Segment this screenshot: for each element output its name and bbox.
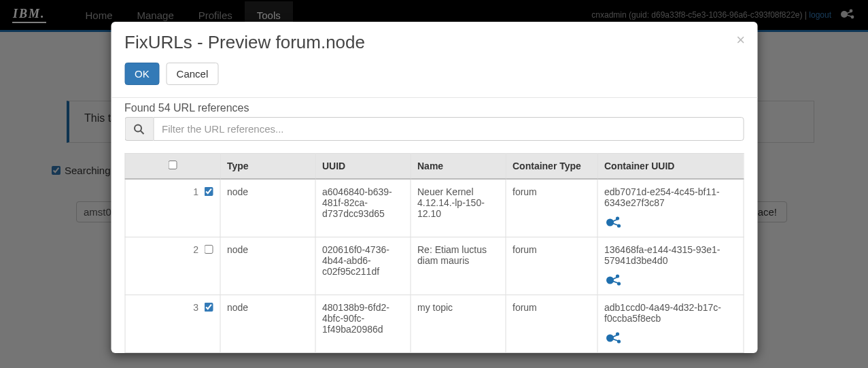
filter-bar xyxy=(124,117,744,141)
row-container-type: forum xyxy=(506,179,597,237)
row-type: node xyxy=(220,295,315,353)
row-uuid: a6046840-b639-481f-82ca-d737dcc93d65 xyxy=(315,179,411,237)
svg-line-6 xyxy=(141,131,144,134)
search-icon xyxy=(124,117,153,141)
close-icon[interactable]: × xyxy=(736,31,745,49)
col-uuid: UUID xyxy=(315,154,411,180)
col-container-uuid: Container UUID xyxy=(597,154,744,180)
modal-header: × FixURLs - Preview forum.node OK Cancel xyxy=(111,22,757,98)
network-icon[interactable] xyxy=(604,273,736,288)
col-type: Type xyxy=(220,154,315,180)
network-icon[interactable] xyxy=(604,331,736,346)
row-container-type: forum xyxy=(506,295,597,353)
row-uuid: 020616f0-4736-4b44-abd6-c02f95c211df xyxy=(315,237,411,295)
row-name-cell: Neuer Kernel 4.12.14.-lp-150-12.10 xyxy=(411,179,506,237)
network-icon[interactable] xyxy=(604,215,736,230)
row-index-cell: 3 xyxy=(125,295,220,353)
row-container-uuid: adb1ccd0-4a49-4d32-b17c-f0ccba5f8ecb xyxy=(597,295,744,353)
row-type: node xyxy=(220,237,315,295)
fixurls-modal: × FixURLs - Preview forum.node OK Cancel… xyxy=(111,22,757,353)
row-uuid: 480138b9-6fd2-4bfc-90fc-1f49ba20986d xyxy=(315,295,411,353)
row-checkbox[interactable] xyxy=(204,303,213,312)
found-text: Found 54 URL references xyxy=(111,102,757,114)
row-checkbox[interactable] xyxy=(204,187,213,196)
table-row: 1 nodea6046840-b639-481f-82ca-d737dcc93d… xyxy=(125,179,744,237)
table-row: 2 node020616f0-4736-4b44-abd6-c02f95c211… xyxy=(125,237,744,295)
svg-point-12 xyxy=(606,277,614,284)
ok-button[interactable]: OK xyxy=(124,63,160,85)
row-index-cell: 2 xyxy=(125,237,220,295)
cancel-button[interactable]: Cancel xyxy=(167,63,219,85)
filter-input[interactable] xyxy=(153,117,744,141)
row-container-uuid: edb7071d-e254-4c45-bf11-6343e27f3c87 xyxy=(597,179,744,237)
row-name-cell: Re: Etiam luctus diam mauris xyxy=(411,237,506,295)
table-row: 3 node480138b9-6fd2-4bfc-90fc-1f49ba2098… xyxy=(125,295,744,353)
svg-point-5 xyxy=(135,124,141,131)
row-index-cell: 1 xyxy=(125,179,220,237)
row-checkbox[interactable] xyxy=(204,245,213,254)
svg-point-7 xyxy=(606,219,614,227)
url-table: Type UUID Name Container Type Container … xyxy=(124,153,744,353)
select-all-checkbox[interactable] xyxy=(168,161,177,169)
col-name: Name xyxy=(411,154,506,180)
svg-point-17 xyxy=(606,335,614,342)
modal-title: FixURLs - Preview forum.node xyxy=(124,32,744,53)
table-header-row: Type UUID Name Container Type Container … xyxy=(125,154,744,180)
row-type: node xyxy=(220,179,315,237)
col-select xyxy=(125,154,220,180)
row-container-type: forum xyxy=(506,237,597,295)
col-container-type: Container Type xyxy=(506,154,597,180)
row-container-uuid: 136468fa-e144-4315-93e1-57941d3be4d0 xyxy=(597,237,744,295)
row-name-cell: my topic xyxy=(411,295,506,353)
